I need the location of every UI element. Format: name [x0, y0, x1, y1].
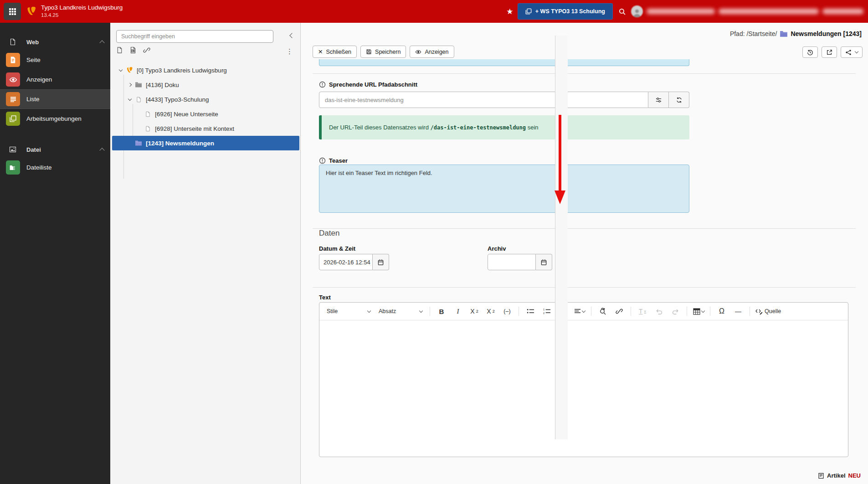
sidebar-item-arbeitsumgebungen[interactable]: Arbeitsumgebungen: [0, 109, 110, 129]
url-recalculate-icon[interactable]: [669, 92, 689, 108]
url-segment-input[interactable]: [319, 92, 648, 108]
rte-special-char-button[interactable]: Ω: [714, 305, 729, 318]
url-segment-field: [319, 92, 689, 108]
new-page-wizard-icon[interactable]: [129, 46, 137, 54]
sidebar-item-label: Seite: [26, 57, 41, 63]
view-button[interactable]: Anzeigen: [410, 46, 454, 58]
tree-node-root[interactable]: [0] Typo3 Landkreis Ludwigsburg: [110, 63, 300, 77]
user-menu[interactable]: [631, 5, 863, 17]
search-icon[interactable]: [613, 8, 631, 15]
datum-input[interactable]: 2026-02-16 12:54 ✕: [319, 254, 373, 270]
archiv-field: [488, 254, 552, 270]
share-icon: [845, 49, 852, 56]
typo3-logo-icon: [26, 6, 36, 17]
typo3-site-icon: [125, 67, 134, 74]
rte-bullet-list-button[interactable]: [523, 305, 538, 318]
calendar-icon[interactable]: [536, 254, 552, 270]
rte-table-dropdown[interactable]: [691, 305, 706, 318]
view-module-icon: [6, 72, 20, 87]
url-message-prefix: Der URL-Teil dieses Datensatzes wird: [329, 124, 431, 131]
new-page-icon[interactable]: [116, 46, 123, 54]
user-avatar: [631, 5, 643, 17]
tree-node-unterseite-mit-kontext[interactable]: [6928] Unterseite mit Kontext: [110, 121, 300, 136]
rte-italic-button[interactable]: I: [450, 305, 466, 318]
folder-icon: [134, 82, 143, 88]
rte-remove-format-button[interactable]: Tx: [635, 305, 650, 318]
close-icon: ✕: [318, 48, 323, 55]
rte-link-button[interactable]: [611, 305, 627, 318]
url-toggle-icon[interactable]: [648, 92, 669, 108]
tree-search-input[interactable]: [116, 30, 273, 43]
rte-horizontal-line-button[interactable]: —: [730, 305, 746, 318]
workspaces-module-icon: [6, 112, 20, 126]
workspace-icon: [525, 8, 532, 15]
site-title-text: Typo3 Landkreis Ludwigsburg: [41, 4, 123, 12]
teaser-label: Teaser: [329, 157, 348, 164]
rte-editing-area[interactable]: [319, 320, 848, 457]
rte-bold-button[interactable]: B: [434, 305, 449, 318]
tree-node-label: [1243] Newsmeldungen: [146, 140, 214, 147]
daten-section-heading: Daten: [319, 229, 339, 238]
tree-node-typo3-schulung[interactable]: [4433] Typo3-Schulung: [110, 92, 300, 107]
eye-icon: [415, 49, 421, 55]
rte-subscript-button[interactable]: X2: [467, 305, 482, 318]
sidebar-item-seite[interactable]: Seite: [0, 50, 110, 70]
module-group-datei[interactable]: Datei: [0, 141, 110, 158]
rte-align-dropdown[interactable]: [572, 305, 587, 318]
tree-node-neue-unterseite[interactable]: [6926] Neue Unterseite: [110, 107, 300, 121]
sidebar-item-liste[interactable]: Liste: [0, 89, 110, 109]
modulemenu-toggle-button[interactable]: [4, 3, 21, 20]
chevron-down-icon: [419, 309, 423, 312]
rte-redo-button[interactable]: [668, 305, 683, 318]
rich-text-editor: Stile Absatz B I X2 X2 (–) 12: [319, 302, 848, 457]
page-tree-panel: ⋮ [0] Typo3 Landkreis Ludwigsburg [4136]…: [110, 23, 301, 484]
close-button[interactable]: ✕ Schließen: [313, 46, 357, 58]
scroll-gutter[interactable]: [555, 36, 568, 439]
archiv-input[interactable]: [488, 254, 536, 270]
history-button[interactable]: [802, 46, 818, 58]
chevron-down-icon: [128, 97, 132, 100]
tree-more-menu-icon[interactable]: ⋮: [286, 47, 293, 56]
url-message-path: /das-ist-eine-testnewsmeldung: [431, 124, 526, 131]
info-circle-icon[interactable]: [319, 81, 326, 88]
rte-source-button[interactable]: Quelle: [754, 305, 782, 318]
calendar-icon[interactable]: [373, 254, 389, 270]
module-group-web[interactable]: Web: [0, 34, 110, 50]
link-icon[interactable]: [143, 46, 150, 54]
view-button-label: Anzeigen: [425, 49, 448, 55]
tree-node-label: [0] Typo3 Landkreis Ludwigsburg: [137, 67, 227, 74]
bookmark-star-icon[interactable]: ★: [502, 7, 518, 16]
tree-node-newsmeldungen[interactable]: [1243] Newsmeldungen: [112, 136, 299, 150]
rte-styles-label: Stile: [327, 308, 338, 314]
collapse-tree-icon[interactable]: [290, 32, 294, 39]
text-label: Text: [319, 294, 331, 301]
tree-node-label: [6928] Unterseite mit Kontext: [155, 125, 234, 132]
rte-styles-dropdown[interactable]: Stile: [323, 305, 374, 317]
chevron-up-icon: [99, 148, 104, 153]
superscript-icon: X: [487, 308, 491, 315]
info-circle-icon[interactable]: [319, 157, 326, 164]
folder-icon: [780, 31, 788, 37]
sidebar-item-dateiliste[interactable]: Dateiliste: [0, 158, 110, 177]
topbar: Typo3 Landkreis Ludwigsburg 13.4.25 ★ + …: [0, 0, 868, 23]
rte-format-dropdown[interactable]: Absatz: [375, 305, 426, 317]
save-button[interactable]: Speichern: [360, 46, 406, 58]
record-new-badge: NEU: [848, 472, 861, 479]
rte-numbered-list-button[interactable]: 12: [539, 305, 555, 318]
rte-superscript-button[interactable]: X2: [483, 305, 498, 318]
rte-undo-button[interactable]: [651, 305, 667, 318]
subscript-small: 2: [476, 309, 478, 314]
redacted-username-2: [719, 9, 819, 14]
rte-find-replace-button[interactable]: [595, 305, 611, 318]
workspace-button[interactable]: + WS TYPO3 13 Schulung: [518, 3, 613, 20]
redacted-username: [647, 9, 715, 14]
tree-node-doku[interactable]: [4136] Doku: [110, 77, 300, 92]
tree-node-label: [6926] Neue Unterseite: [155, 111, 218, 118]
rte-softhyphen-button[interactable]: (–): [499, 305, 515, 318]
rte-format-label: Absatz: [379, 308, 396, 314]
tree-node-label: [4433] Typo3-Schulung: [146, 96, 209, 103]
open-external-button[interactable]: [822, 46, 837, 58]
share-button[interactable]: [841, 46, 863, 58]
sidebar-item-anzeigen[interactable]: Anzeigen: [0, 70, 110, 89]
teaser-textarea[interactable]: Hier ist ein Teaser Text im richtigen Fe…: [319, 165, 689, 213]
